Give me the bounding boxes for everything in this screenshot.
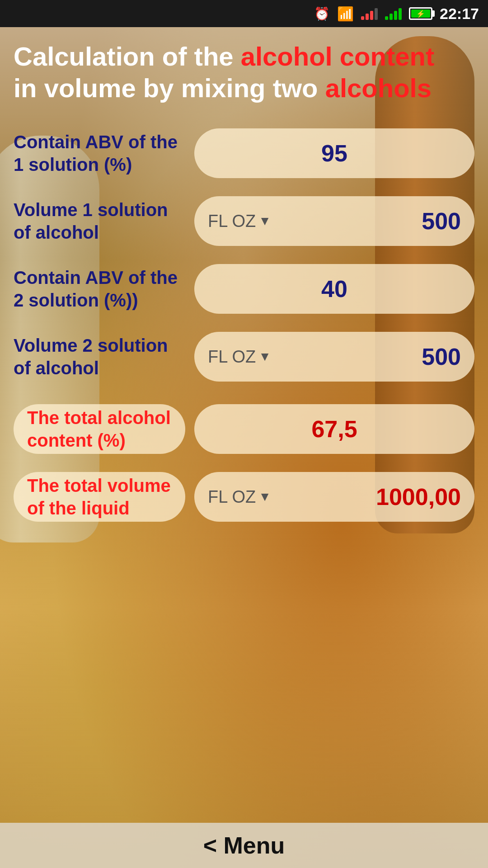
vol1-dropdown-arrow: ▼ [258,214,271,228]
abv2-label: Contain ABV of the 2 solution (%)) [14,266,185,311]
total-abv-row: The total alcohol content (%) 67,5 [14,402,474,456]
abv2-input[interactable]: 40 [194,264,474,314]
abv1-label: Contain ABV of the 1 solution (%) [14,131,185,176]
page-title: Calculation of the alcohol content in vo… [14,41,474,104]
title-middle: in volume by mixing two [14,73,325,103]
menu-label[interactable]: < Menu [203,832,285,859]
vol1-input[interactable]: FL OZ ▼ 500 [194,196,474,246]
total-vol-unit-text: FL OZ [208,487,256,507]
vol2-unit-text: FL OZ [208,347,256,367]
menu-bar[interactable]: < Menu [0,823,488,868]
total-abv-value: 67,5 [311,415,357,443]
vol2-input[interactable]: FL OZ ▼ 500 [194,332,474,382]
vol1-value: 500 [422,208,461,235]
total-vol-result: FL OZ ▼ 1000,00 [194,472,474,522]
title-accent2: alcohols [325,73,432,103]
total-abv-result: 67,5 [194,404,474,454]
vol1-label: Volume 1 solution of alcohol [14,198,185,244]
total-vol-row: The total volume of the liquid FL OZ ▼ 1… [14,470,474,524]
total-abv-label-pill: The total alcohol content (%) [14,404,185,454]
vol2-label: Volume 2 solution of alcohol [14,334,185,379]
total-vol-dropdown-arrow: ▼ [258,490,271,504]
total-vol-unit-selector[interactable]: FL OZ ▼ [208,487,371,507]
abv2-row: Contain ABV of the 2 solution (%)) 40 [14,262,474,316]
vol1-unit-text: FL OZ [208,212,256,231]
vol2-unit-selector[interactable]: FL OZ ▼ [208,347,417,367]
abv1-input[interactable]: 95 [194,128,474,178]
signal-bars-1 [361,7,378,20]
wifi-icon: 📶 [337,6,354,22]
battery-bolt: ⚡ [416,9,425,18]
battery-icon: ⚡ [409,7,432,20]
vol2-row: Volume 2 solution of alcohol FL OZ ▼ 500 [14,330,474,384]
status-bar: ⏰ 📶 ⚡ 22:17 [0,0,488,27]
vol2-value: 500 [422,343,461,370]
title-accent1: alcohol content [241,42,435,71]
time-display: 22:17 [440,5,479,23]
title-prefix: Calculation of the [14,42,241,71]
total-vol-label-pill: The total volume of the liquid [14,472,185,522]
abv1-value: 95 [321,140,347,167]
abv1-row: Contain ABV of the 1 solution (%) 95 [14,126,474,180]
vol2-dropdown-arrow: ▼ [258,349,271,364]
signal-bars-2 [385,7,402,20]
main-content: Calculation of the alcohol content in vo… [0,27,488,524]
vol1-row: Volume 1 solution of alcohol FL OZ ▼ 500 [14,194,474,248]
total-vol-value: 1000,00 [376,483,461,510]
clock-icon: ⏰ [314,6,330,21]
abv2-value: 40 [321,275,347,302]
vol1-unit-selector[interactable]: FL OZ ▼ [208,212,417,231]
